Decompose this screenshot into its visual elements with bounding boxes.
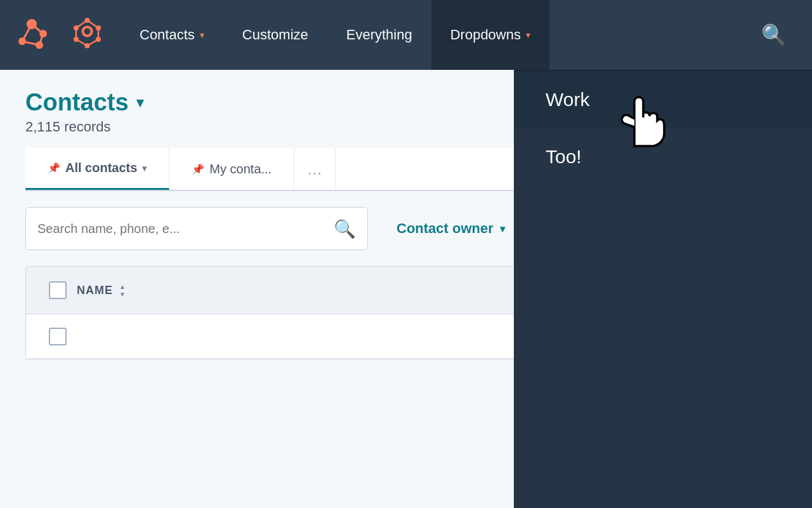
svg-line-17 <box>76 39 88 46</box>
top-navigation: Contacts ▾ Customize Everything Dropdown… <box>0 0 812 70</box>
nav-contacts[interactable]: Contacts ▾ <box>121 0 223 70</box>
search-icon-btn[interactable]: 🔍 <box>334 218 356 239</box>
search-button[interactable]: 🔍 <box>749 0 799 70</box>
tab-all-contacts[interactable]: 📌 All contacts ▾ <box>25 148 169 190</box>
row-checkbox-box[interactable] <box>49 328 67 345</box>
page-title-dropdown-icon[interactable]: ▾ <box>136 95 143 111</box>
select-all-checkbox[interactable] <box>39 281 77 299</box>
search-icon: 🔍 <box>761 23 787 47</box>
dropdown-item-too[interactable]: Too! <box>514 128 812 185</box>
dropdown-item-work[interactable]: Work <box>514 71 812 128</box>
svg-line-16 <box>88 39 99 46</box>
tab-more[interactable]: ... <box>294 148 335 190</box>
checkbox-box[interactable] <box>49 281 67 299</box>
row-checkbox[interactable] <box>39 328 77 345</box>
contacts-chevron-icon: ▾ <box>200 30 204 40</box>
nav-everything[interactable]: Everything <box>327 0 431 70</box>
search-input[interactable] <box>37 222 326 236</box>
nav-dropdowns[interactable]: Dropdowns ▾ <box>431 0 549 70</box>
nav-links: Contacts ▾ Customize Everything Dropdown… <box>121 0 749 70</box>
pin-icon: 📌 <box>48 162 60 174</box>
dropdowns-chevron-icon: ▾ <box>526 30 530 40</box>
logo-icon[interactable] <box>70 14 105 51</box>
nav-customize[interactable]: Customize <box>223 0 327 70</box>
search-box[interactable]: 🔍 <box>25 207 368 250</box>
dropdowns-dropdown-menu: Work Too! <box>514 70 812 185</box>
pin-icon-2: 📌 <box>192 163 204 175</box>
contact-owner-filter[interactable]: Contact owner ▾ <box>381 207 521 250</box>
tab-dropdown-icon: ▾ <box>142 163 147 173</box>
sort-arrows-icon[interactable]: ▲ ▼ <box>119 283 126 298</box>
svg-line-5 <box>22 24 32 41</box>
svg-point-21 <box>84 28 91 34</box>
contact-owner-arrow-icon: ▾ <box>500 223 505 235</box>
tab-my-contacts[interactable]: 📌 My conta... <box>169 148 294 190</box>
hubspot-logo[interactable] <box>13 15 70 55</box>
